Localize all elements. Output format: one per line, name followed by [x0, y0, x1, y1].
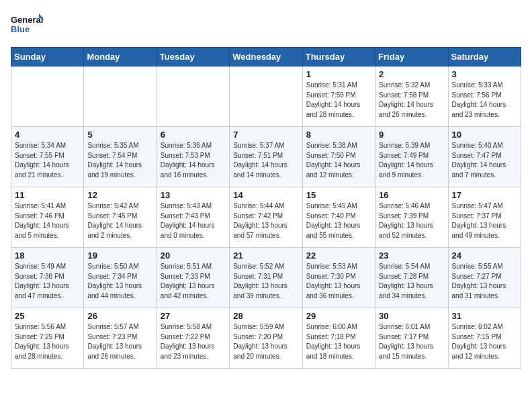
day-number: 5: [87, 130, 152, 140]
day-info: Sunrise: 5:52 AMSunset: 7:31 PMDaylight:…: [233, 262, 298, 301]
day-number: 25: [15, 311, 80, 321]
calendar-cell: 15Sunrise: 5:45 AMSunset: 7:40 PMDayligh…: [302, 187, 375, 248]
day-number: 10: [452, 130, 517, 140]
calendar-cell: 22Sunrise: 5:53 AMSunset: 7:30 PMDayligh…: [302, 248, 375, 308]
page-header: General Blue: [11, 11, 521, 40]
header-day-tuesday: Tuesday: [157, 48, 229, 66]
calendar-cell: 14Sunrise: 5:44 AMSunset: 7:42 PMDayligh…: [230, 187, 302, 248]
day-number: 22: [306, 250, 371, 261]
calendar-cell: 25Sunrise: 5:56 AMSunset: 7:25 PMDayligh…: [11, 308, 84, 369]
calendar-body: 1Sunrise: 5:31 AMSunset: 7:59 PMDaylight…: [11, 66, 521, 369]
day-info: Sunrise: 5:47 AMSunset: 7:37 PMDaylight:…: [452, 201, 517, 240]
calendar-cell: 16Sunrise: 5:46 AMSunset: 7:39 PMDayligh…: [375, 187, 448, 248]
calendar-cell: [230, 66, 302, 127]
header-day-sunday: Sunday: [11, 48, 84, 66]
day-number: 15: [306, 190, 371, 200]
calendar-cell: 10Sunrise: 5:40 AMSunset: 7:47 PMDayligh…: [448, 127, 521, 187]
day-info: Sunrise: 5:33 AMSunset: 7:56 PMDaylight:…: [452, 81, 517, 120]
week-row-4: 25Sunrise: 5:56 AMSunset: 7:25 PMDayligh…: [11, 308, 521, 369]
day-info: Sunrise: 5:55 AMSunset: 7:27 PMDaylight:…: [452, 262, 517, 301]
day-info: Sunrise: 6:00 AMSunset: 7:18 PMDaylight:…: [306, 322, 371, 361]
week-row-1: 4Sunrise: 5:34 AMSunset: 7:55 PMDaylight…: [11, 127, 521, 187]
header-day-saturday: Saturday: [448, 48, 521, 66]
day-number: 9: [379, 130, 444, 140]
header-day-thursday: Thursday: [302, 48, 375, 66]
svg-text:General: General: [11, 15, 43, 25]
day-number: 12: [87, 190, 152, 200]
week-row-2: 11Sunrise: 5:41 AMSunset: 7:46 PMDayligh…: [11, 187, 521, 248]
day-info: Sunrise: 5:51 AMSunset: 7:33 PMDaylight:…: [161, 262, 226, 301]
day-info: Sunrise: 5:50 AMSunset: 7:34 PMDaylight:…: [87, 262, 152, 301]
logo: General Blue: [11, 11, 44, 40]
calendar-cell: 7Sunrise: 5:37 AMSunset: 7:51 PMDaylight…: [230, 127, 302, 187]
svg-text:Blue: Blue: [11, 24, 30, 34]
calendar-cell: 18Sunrise: 5:49 AMSunset: 7:36 PMDayligh…: [11, 248, 84, 308]
calendar-cell: 9Sunrise: 5:39 AMSunset: 7:49 PMDaylight…: [375, 127, 448, 187]
calendar-cell: 24Sunrise: 5:55 AMSunset: 7:27 PMDayligh…: [448, 248, 521, 308]
day-info: Sunrise: 5:32 AMSunset: 7:58 PMDaylight:…: [379, 81, 444, 120]
day-info: Sunrise: 5:43 AMSunset: 7:43 PMDaylight:…: [161, 201, 226, 240]
day-info: Sunrise: 5:45 AMSunset: 7:40 PMDaylight:…: [306, 201, 371, 240]
day-info: Sunrise: 5:58 AMSunset: 7:22 PMDaylight:…: [161, 322, 226, 361]
day-number: 17: [452, 190, 517, 200]
calendar-cell: 21Sunrise: 5:52 AMSunset: 7:31 PMDayligh…: [230, 248, 302, 308]
calendar-cell: 6Sunrise: 5:36 AMSunset: 7:53 PMDaylight…: [157, 127, 229, 187]
day-number: 21: [233, 250, 298, 261]
day-info: Sunrise: 5:39 AMSunset: 7:49 PMDaylight:…: [379, 141, 444, 180]
calendar-cell: 8Sunrise: 5:38 AMSunset: 7:50 PMDaylight…: [302, 127, 375, 187]
logo-svg: General Blue: [11, 11, 44, 40]
calendar-cell: 2Sunrise: 5:32 AMSunset: 7:58 PMDaylight…: [375, 66, 448, 127]
day-number: 27: [161, 311, 226, 321]
calendar-cell: 19Sunrise: 5:50 AMSunset: 7:34 PMDayligh…: [84, 248, 157, 308]
day-number: 1: [306, 69, 371, 79]
day-info: Sunrise: 5:36 AMSunset: 7:53 PMDaylight:…: [161, 141, 226, 180]
day-number: 18: [15, 250, 80, 261]
day-number: 4: [15, 130, 80, 140]
calendar-cell: [84, 66, 157, 127]
day-info: Sunrise: 5:57 AMSunset: 7:23 PMDaylight:…: [87, 322, 152, 361]
header-day-monday: Monday: [84, 48, 157, 66]
day-info: Sunrise: 5:44 AMSunset: 7:42 PMDaylight:…: [233, 201, 298, 240]
day-number: 31: [452, 311, 517, 321]
calendar-cell: 27Sunrise: 5:58 AMSunset: 7:22 PMDayligh…: [157, 308, 229, 369]
day-info: Sunrise: 6:02 AMSunset: 7:15 PMDaylight:…: [452, 322, 517, 361]
day-number: 28: [233, 311, 298, 321]
day-number: 23: [379, 250, 444, 261]
calendar-cell: [157, 66, 229, 127]
calendar-cell: 17Sunrise: 5:47 AMSunset: 7:37 PMDayligh…: [448, 187, 521, 248]
calendar-header: SundayMondayTuesdayWednesdayThursdayFrid…: [11, 48, 521, 66]
day-info: Sunrise: 5:56 AMSunset: 7:25 PMDaylight:…: [15, 322, 80, 361]
day-info: Sunrise: 5:31 AMSunset: 7:59 PMDaylight:…: [306, 81, 371, 120]
calendar-cell: 1Sunrise: 5:31 AMSunset: 7:59 PMDaylight…: [302, 66, 375, 127]
day-number: 29: [306, 311, 371, 321]
calendar-cell: [11, 66, 84, 127]
day-info: Sunrise: 5:41 AMSunset: 7:46 PMDaylight:…: [15, 201, 80, 240]
day-info: Sunrise: 5:37 AMSunset: 7:51 PMDaylight:…: [233, 141, 298, 180]
calendar-table: SundayMondayTuesdayWednesdayThursdayFrid…: [11, 47, 521, 369]
day-number: 20: [161, 250, 226, 261]
calendar-cell: 28Sunrise: 5:59 AMSunset: 7:20 PMDayligh…: [230, 308, 302, 369]
day-info: Sunrise: 5:35 AMSunset: 7:54 PMDaylight:…: [87, 141, 152, 180]
day-info: Sunrise: 5:46 AMSunset: 7:39 PMDaylight:…: [379, 201, 444, 240]
day-number: 7: [233, 130, 298, 140]
header-row: SundayMondayTuesdayWednesdayThursdayFrid…: [11, 48, 521, 66]
calendar-cell: 12Sunrise: 5:42 AMSunset: 7:45 PMDayligh…: [84, 187, 157, 248]
calendar-cell: 23Sunrise: 5:54 AMSunset: 7:28 PMDayligh…: [375, 248, 448, 308]
week-row-3: 18Sunrise: 5:49 AMSunset: 7:36 PMDayligh…: [11, 248, 521, 308]
day-number: 11: [15, 190, 80, 200]
day-number: 30: [379, 311, 444, 321]
day-info: Sunrise: 5:42 AMSunset: 7:45 PMDaylight:…: [87, 201, 152, 240]
day-info: Sunrise: 5:49 AMSunset: 7:36 PMDaylight:…: [15, 262, 80, 301]
day-number: 26: [87, 311, 152, 321]
day-number: 13: [161, 190, 226, 200]
calendar-cell: 11Sunrise: 5:41 AMSunset: 7:46 PMDayligh…: [11, 187, 84, 248]
calendar-cell: 13Sunrise: 5:43 AMSunset: 7:43 PMDayligh…: [157, 187, 229, 248]
day-number: 16: [379, 190, 444, 200]
day-info: Sunrise: 5:40 AMSunset: 7:47 PMDaylight:…: [452, 141, 517, 180]
calendar-cell: 4Sunrise: 5:34 AMSunset: 7:55 PMDaylight…: [11, 127, 84, 187]
calendar-cell: 20Sunrise: 5:51 AMSunset: 7:33 PMDayligh…: [157, 248, 229, 308]
day-number: 3: [452, 69, 517, 79]
calendar-cell: 3Sunrise: 5:33 AMSunset: 7:56 PMDaylight…: [448, 66, 521, 127]
calendar-cell: 5Sunrise: 5:35 AMSunset: 7:54 PMDaylight…: [84, 127, 157, 187]
header-day-wednesday: Wednesday: [230, 48, 302, 66]
